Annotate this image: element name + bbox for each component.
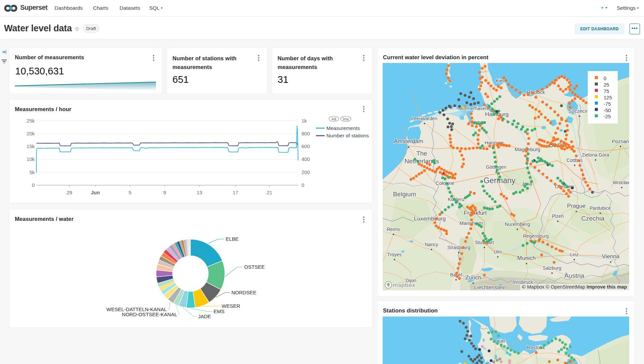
- svg-text:5k: 5k: [29, 169, 35, 175]
- svg-text:125: 125: [604, 95, 612, 100]
- svg-text:WESEL-DATTELN-KANAL: WESEL-DATTELN-KANAL: [106, 306, 167, 312]
- svg-text:25k: 25k: [27, 118, 35, 124]
- svg-text:Vienna: Vienna: [602, 253, 620, 260]
- svg-text:JADE: JADE: [198, 313, 211, 319]
- svg-text:Nuremberg: Nuremberg: [505, 221, 530, 227]
- svg-text:1k: 1k: [301, 118, 307, 124]
- svg-text:EMS: EMS: [214, 308, 225, 314]
- svg-text:29: 29: [67, 190, 72, 195]
- svg-text:Troyes: Troyes: [387, 252, 401, 257]
- svg-text:Luxembourg: Luxembourg: [414, 216, 446, 222]
- svg-text:ELBE: ELBE: [226, 236, 238, 242]
- svg-text:15k: 15k: [27, 143, 35, 149]
- svg-text:0: 0: [301, 182, 304, 188]
- svg-text:NORD-OSTSEE-KANAL: NORD-OSTSEE-KANAL: [122, 311, 177, 317]
- svg-text:All: All: [331, 117, 336, 122]
- svg-text:21: 21: [267, 190, 272, 195]
- svg-text:Liechtenstein: Liechtenstein: [474, 285, 506, 290]
- svg-text:Pardubice: Pardubice: [589, 205, 611, 211]
- svg-text:The: The: [416, 150, 427, 157]
- svg-text:Wrocław: Wrocław: [613, 180, 629, 185]
- svg-text:Measurements: Measurements: [326, 125, 360, 131]
- svg-text:Jun: Jun: [91, 190, 100, 195]
- svg-text:Leeuwarden: Leeuwarden: [411, 116, 437, 121]
- svg-text:Cologne: Cologne: [436, 180, 454, 186]
- svg-text:Number of stations: Number of stations: [326, 133, 369, 138]
- svg-text:Nancy: Nancy: [425, 242, 438, 247]
- svg-text:Inv: Inv: [343, 117, 349, 122]
- svg-text:Cottbus: Cottbus: [567, 158, 583, 163]
- svg-text:Plzeň: Plzeň: [552, 213, 564, 219]
- svg-text:5: 5: [129, 190, 131, 195]
- svg-text:Poznań: Poznań: [612, 138, 629, 144]
- svg-text:Austria: Austria: [564, 272, 584, 279]
- svg-text:-25: -25: [604, 113, 611, 119]
- svg-text:Amsterdam: Amsterdam: [394, 138, 423, 144]
- svg-text:600: 600: [301, 143, 310, 149]
- svg-text:Zielona Góra: Zielona Góra: [582, 152, 609, 158]
- svg-text:NORDSEE: NORDSEE: [231, 290, 256, 295]
- svg-text:Czechia: Czechia: [581, 215, 605, 222]
- svg-text:-50: -50: [604, 107, 611, 113]
- svg-text:Reims: Reims: [387, 227, 400, 232]
- svg-text:Zurich: Zurich: [465, 274, 481, 281]
- svg-text:400: 400: [301, 156, 310, 162]
- svg-text:0: 0: [32, 182, 35, 188]
- svg-text:mapbox: mapbox: [393, 282, 415, 288]
- svg-text:Munich: Munich: [517, 255, 536, 261]
- svg-text:17: 17: [233, 190, 238, 195]
- svg-text:OSTSEE: OSTSEE: [244, 264, 265, 270]
- svg-text:0: 0: [604, 75, 606, 81]
- svg-text:Strasbourg: Strasbourg: [447, 245, 470, 250]
- svg-text:Regensburg: Regensburg: [523, 233, 549, 239]
- svg-text:Prague: Prague: [567, 203, 586, 209]
- svg-text:75: 75: [604, 88, 609, 94]
- svg-text:200: 200: [301, 169, 310, 175]
- svg-text:WESER: WESER: [222, 303, 240, 309]
- svg-text:13: 13: [197, 190, 202, 195]
- svg-text:800: 800: [301, 131, 310, 136]
- svg-text:© Mapbox © OpenStreetMap Impro: © Mapbox © OpenStreetMap Improve this ma…: [522, 284, 627, 290]
- svg-text:20k: 20k: [27, 131, 35, 136]
- svg-text:10k: 10k: [27, 156, 35, 162]
- svg-text:Rostock: Rostock: [527, 344, 545, 350]
- svg-text:9: 9: [163, 190, 166, 195]
- svg-text:-75: -75: [604, 101, 611, 107]
- svg-text:Szczecin: Szczecin: [569, 108, 589, 114]
- svg-text:Belgium: Belgium: [393, 191, 416, 198]
- svg-text:25: 25: [604, 82, 609, 88]
- svg-text:Linz: Linz: [570, 252, 579, 257]
- svg-text:Ulm: Ulm: [494, 249, 502, 255]
- svg-text:Kiel: Kiel: [496, 78, 504, 84]
- svg-text:Salzburg: Salzburg: [543, 265, 561, 271]
